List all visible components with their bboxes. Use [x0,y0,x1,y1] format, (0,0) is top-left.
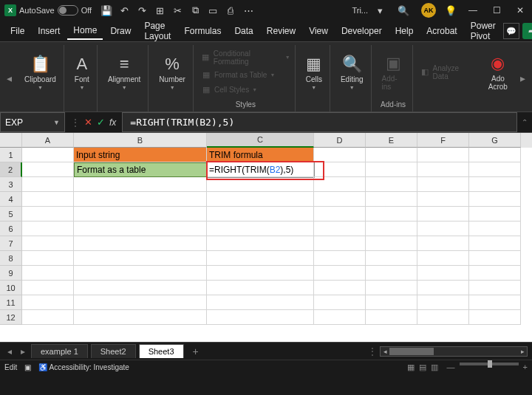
tab-insert[interactable]: Insert [32,23,66,39]
cell-C9[interactable] [207,266,314,281]
addins-button[interactable]: ▣Add-ins [379,52,408,92]
cell-A8[interactable] [22,251,74,266]
comments-button[interactable]: 💬 [503,23,519,39]
analyze-data-button[interactable]: ◧Analyze Data [420,63,474,82]
row-header-8[interactable]: 8 [0,251,22,266]
cancel-formula-button[interactable]: ✕ [84,117,92,128]
sheet-tab-sheet2[interactable]: Sheet2 [91,344,136,358]
cell-E4[interactable] [366,192,417,207]
col-header-E[interactable]: E [366,133,417,148]
cell-F1[interactable] [417,148,469,162]
col-header-D[interactable]: D [314,133,366,148]
cell-C2[interactable]: =RIGHT(TRIM(B2),5) [207,162,314,177]
close-button[interactable]: ✕ [513,3,528,18]
col-header-C[interactable]: C [207,133,314,148]
cell-A4[interactable] [22,192,74,207]
cell-E12[interactable] [366,310,417,325]
cell-E9[interactable] [366,266,417,281]
tab-help[interactable]: Help [389,23,420,39]
cell-E5[interactable] [366,207,417,221]
print-icon[interactable]: ⎙ [225,4,236,16]
cell-C4[interactable] [207,192,314,207]
cell-A11[interactable] [22,295,74,310]
ribbon-scroll-left[interactable]: ◂ [4,45,14,111]
cell-D7[interactable] [314,236,366,251]
editing-button[interactable]: 🔍Editing▼ [338,53,366,92]
cell-A5[interactable] [22,207,74,221]
row-header-6[interactable]: 6 [0,221,22,236]
toggle-off-icon[interactable] [58,5,78,16]
cell-G5[interactable] [469,207,521,221]
zoom-in-button[interactable]: + [523,363,528,372]
sheet-tab-example-1[interactable]: example 1 [31,344,88,358]
autosave-toggle[interactable]: AutoSave Off [19,5,92,16]
cell-B7[interactable] [74,236,207,251]
cell-A6[interactable] [22,221,74,236]
cell-F5[interactable] [417,207,469,221]
cell-E1[interactable] [366,148,417,162]
row-header-4[interactable]: 4 [0,192,22,207]
cell-F9[interactable] [417,266,469,281]
tab-developer[interactable]: Developer [335,23,388,39]
row-header-12[interactable]: 12 [0,310,22,325]
font-button[interactable]: AFont▼ [72,53,92,92]
cell-D2[interactable] [314,162,366,177]
cell-F12[interactable] [417,310,469,325]
cell-G4[interactable] [469,192,521,207]
cell-B4[interactable] [74,192,207,207]
more-icon[interactable]: ⋯ [242,4,254,16]
tab-data[interactable]: Data [228,23,259,39]
cell-D11[interactable] [314,295,366,310]
cell-B5[interactable] [74,207,207,221]
cell-A2[interactable] [22,162,74,177]
conditional-formatting-button[interactable]: ▦Conditional Formatting ▼ [201,48,290,67]
tab-power-pivot[interactable]: Power Pivot [465,18,502,44]
page-break-view-button[interactable]: ▥ [431,363,438,372]
cell-G9[interactable] [469,266,521,281]
cell-G2[interactable] [469,162,521,177]
cell-G11[interactable] [469,295,521,310]
add-sheet-button[interactable]: + [187,346,205,357]
document-title[interactable]: Tri... [352,6,368,15]
minimize-button[interactable]: — [466,3,480,18]
cell-D5[interactable] [314,207,366,221]
macro-record-icon[interactable]: ▣ [24,363,31,371]
cell-D1[interactable] [314,148,366,162]
sheet-tab-sheet3[interactable]: Sheet3 [139,344,184,358]
row-header-7[interactable]: 7 [0,236,22,251]
cell-F7[interactable] [417,236,469,251]
cell-D3[interactable] [314,177,366,192]
cell-B6[interactable] [74,221,207,236]
cell-E6[interactable] [366,221,417,236]
sheet-nav-next[interactable]: ▸ [18,346,28,357]
cell-F2[interactable] [417,162,469,177]
cell-C6[interactable] [207,221,314,236]
tab-draw[interactable]: Draw [104,23,137,39]
cell-A10[interactable] [22,281,74,295]
tab-home[interactable]: Home [67,22,103,40]
tab-view[interactable]: View [303,23,334,39]
cell-E3[interactable] [366,177,417,192]
insert-function-button[interactable]: fx [109,117,116,128]
paste-button[interactable]: 📋Clipboard▼ [21,53,59,92]
cell-E2[interactable] [366,162,417,177]
tab-page-layout[interactable]: Page Layout [138,18,177,44]
cell-B12[interactable] [74,310,207,325]
cell-G3[interactable] [469,177,521,192]
row-header-11[interactable]: 11 [0,295,22,310]
copy-icon[interactable]: ⧉ [189,4,201,16]
enter-formula-button[interactable]: ✓ [97,117,105,128]
cell-styles-button[interactable]: ▦Cell Styles ▼ [201,83,290,97]
cell-D6[interactable] [314,221,366,236]
lightbulb-icon[interactable]: 💡 [445,4,457,16]
cell-E10[interactable] [366,281,417,295]
alignment-button[interactable]: ≡Alignment▼ [105,53,143,92]
cell-E7[interactable] [366,236,417,251]
cell-F11[interactable] [417,295,469,310]
col-header-G[interactable]: G [469,133,521,148]
save-icon[interactable]: 💾 [100,4,112,16]
maximize-button[interactable]: ☐ [489,3,504,18]
accessibility-status[interactable]: ♿ Accessibility: Investigate [38,363,129,371]
zoom-slider[interactable] [460,363,519,365]
cell-C3[interactable] [207,177,314,192]
